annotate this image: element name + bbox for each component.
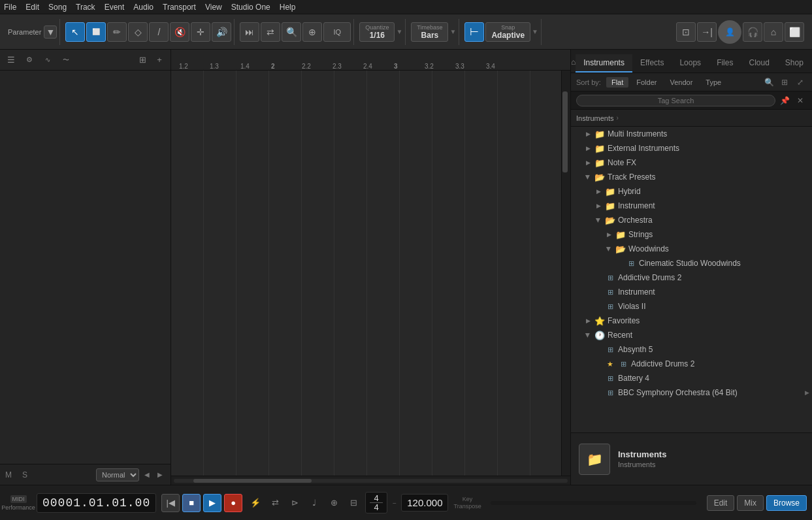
quantize-dropdown-arrow[interactable]: ▼: [396, 28, 402, 35]
mute-tool-btn[interactable]: 🔇: [170, 22, 189, 42]
tree-item-orchestra[interactable]: ▶📂Orchestra: [571, 213, 812, 227]
menu-view[interactable]: View: [205, 3, 222, 12]
sort-flat-btn[interactable]: Flat: [606, 77, 628, 88]
time-signature[interactable]: 4 4: [365, 492, 387, 513]
tree-arrow-recent[interactable]: ▶: [584, 331, 592, 339]
mix-tab-btn[interactable]: Mix: [737, 495, 764, 511]
sort-type-btn[interactable]: Type: [700, 77, 726, 88]
tree-item-favorites[interactable]: ▶⭐Favorites: [571, 314, 812, 328]
zoom-in-btn[interactable]: ⊕: [302, 22, 322, 42]
menu-event[interactable]: Event: [105, 3, 125, 12]
tree-arrow-orchestra[interactable]: ▶: [594, 216, 602, 224]
vscroll-thumb[interactable]: [562, 91, 568, 172]
tree-arrow-track-presets[interactable]: ▶: [584, 173, 592, 181]
punch-icon-btn[interactable]: ⊳: [287, 495, 302, 511]
tree-item-cinematic-studio-woodwinds[interactable]: ⊞Cinematic Studio Woodwinds: [571, 256, 812, 270]
pencil-tool-btn[interactable]: ✏: [107, 22, 127, 42]
tree-item-note-fx[interactable]: ▶📁Note FX: [571, 155, 812, 170]
loop-region-btn[interactable]: ⊡: [676, 22, 696, 42]
tree-item-bbc-symphony[interactable]: ⊞BBC Symphony Orchestra (64 Bit)▶: [571, 385, 812, 400]
menu-transport[interactable]: Transport: [163, 3, 196, 12]
sort-grid-icon[interactable]: ⊞: [778, 76, 791, 89]
tree-item-track-presets[interactable]: ▶📂Track Presets: [571, 170, 812, 184]
track-scroll-right[interactable]: ▶: [155, 470, 165, 480]
iq-btn[interactable]: IQ: [323, 22, 351, 42]
stop-btn[interactable]: ■: [182, 494, 201, 512]
search-close-btn[interactable]: ✕: [794, 94, 807, 107]
rewind-to-start-btn[interactable]: |◀: [161, 494, 180, 512]
menu-file[interactable]: File: [4, 3, 16, 12]
menu-edit[interactable]: Edit: [25, 3, 39, 12]
tree-item-addictive-drums-2-recent[interactable]: ★⊞Addictive Drums 2: [571, 357, 812, 371]
menu-audio[interactable]: Audio: [133, 3, 154, 12]
tree-item-addictive-drums-2[interactable]: ⊞Addictive Drums 2: [571, 270, 812, 285]
menu-studio-one[interactable]: Studio One: [231, 3, 270, 12]
tab-effects[interactable]: Effects: [632, 54, 672, 73]
menu-help[interactable]: Help: [280, 3, 296, 12]
tree-item-battery-4[interactable]: ⊞Battery 4: [571, 371, 812, 385]
arrange-hscroll[interactable]: [171, 476, 570, 485]
tab-shop[interactable]: Shop: [777, 54, 811, 73]
tree-arrow-instrument[interactable]: ▶: [594, 202, 602, 210]
tag-search-input[interactable]: [576, 95, 775, 106]
timing-icon-btn[interactable]: ⊕: [326, 495, 342, 511]
search-pin-btn[interactable]: 📌: [778, 94, 791, 107]
sort-search-icon[interactable]: 🔍: [762, 76, 775, 89]
play-btn[interactable]: ▶: [203, 494, 221, 512]
snap-dropdown-arrow[interactable]: ▼: [532, 28, 538, 35]
tree-arrow-strings[interactable]: ▶: [605, 231, 613, 238]
headphones-btn[interactable]: 🎧: [743, 22, 762, 42]
quantize-box[interactable]: Quantize 1/16: [359, 22, 395, 42]
browser-home-btn[interactable]: ⌂: [571, 52, 576, 73]
metronome-icon-btn[interactable]: ♩: [306, 495, 322, 511]
home-btn[interactable]: ⌂: [764, 22, 783, 42]
arrange-content[interactable]: [171, 71, 561, 476]
loop-icon-btn[interactable]: ⇄: [267, 495, 283, 511]
user-avatar[interactable]: 👤: [718, 20, 741, 44]
tab-instruments[interactable]: Instruments: [576, 54, 632, 73]
skip-fwd-btn[interactable]: ⏭: [240, 22, 259, 42]
track-waves2-btn[interactable]: 〜: [59, 53, 73, 67]
tree-arrow-woodwinds[interactable]: ▶: [605, 245, 613, 253]
track-scroll-left[interactable]: ◀: [142, 470, 152, 480]
menu-song[interactable]: Song: [48, 3, 67, 12]
track-list-btn[interactable]: ☰: [4, 53, 18, 67]
tree-item-instrument[interactable]: ▶📁Instrument: [571, 199, 812, 213]
tempo-display[interactable]: 120.000: [401, 494, 448, 512]
snap-box[interactable]: Snap Adaptive: [485, 22, 530, 42]
tree-arrow-hybrid[interactable]: ▶: [594, 187, 602, 195]
sort-folder-btn[interactable]: Folder: [631, 77, 662, 88]
sort-list-icon[interactable]: ⤢: [794, 76, 807, 89]
tree-item-hybrid[interactable]: ▶📁Hybrid: [571, 184, 812, 199]
tree-arrow-multi-instruments[interactable]: ▶: [584, 130, 592, 138]
sync-icon-btn[interactable]: ⚡: [248, 495, 263, 511]
tree-item-recent[interactable]: ▶🕐Recent: [571, 328, 812, 342]
tree-item-instrument2[interactable]: ⊞Instrument: [571, 285, 812, 299]
tree-item-absynth-5[interactable]: ⊞Absynth 5: [571, 342, 812, 357]
tree-item-multi-instruments[interactable]: ▶📁Multi Instruments: [571, 127, 812, 141]
hscroll-thumb[interactable]: [193, 479, 312, 483]
tree-arrow-external-instruments[interactable]: ▶: [584, 144, 592, 152]
track-icon-btn[interactable]: ⊟: [346, 495, 361, 511]
sort-vendor-btn[interactable]: Vendor: [664, 77, 698, 88]
tab-files[interactable]: Files: [709, 54, 741, 73]
tree-item-strings[interactable]: ▶📁Strings: [571, 227, 812, 242]
tree-arrow-favorites[interactable]: ▶: [584, 317, 592, 325]
track-add-settings-btn[interactable]: ⚙: [22, 53, 37, 67]
breadcrumb-instruments[interactable]: Instruments: [576, 114, 613, 122]
maximize-btn[interactable]: ⬜: [785, 22, 804, 42]
snap-btn[interactable]: ⊢: [464, 22, 484, 42]
tree-arrow-note-fx[interactable]: ▶: [584, 159, 592, 167]
zoom-out-btn[interactable]: 🔍: [282, 22, 301, 42]
move-tool-btn[interactable]: ✛: [191, 22, 210, 42]
parameter-dropdown[interactable]: ▼: [44, 25, 57, 39]
time-display[interactable]: 00001.01.01.00: [37, 493, 156, 513]
star-icon-addictive-drums-2-recent[interactable]: ★: [605, 359, 615, 369]
tree-item-violas-ii[interactable]: ⊞Violas II: [571, 299, 812, 314]
arrange-vscroll[interactable]: [561, 71, 570, 476]
tree-item-external-instruments[interactable]: ▶📁External Instruments: [571, 141, 812, 155]
track-plus-btn[interactable]: +: [152, 53, 167, 67]
tab-loops[interactable]: Loops: [672, 54, 709, 73]
eraser-tool-btn[interactable]: ◇: [128, 22, 148, 42]
browse-tab-btn[interactable]: Browse: [766, 495, 807, 511]
